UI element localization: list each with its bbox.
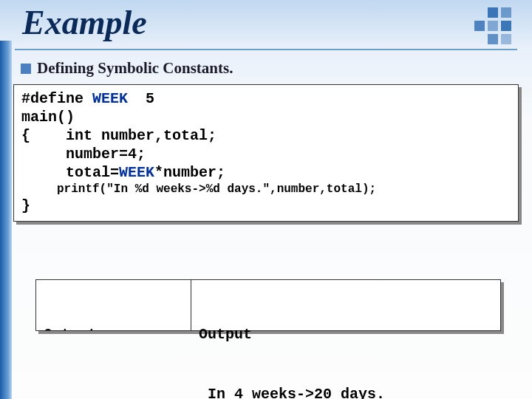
- code-l5a: total=: [21, 164, 119, 181]
- code-l1c: 5: [128, 90, 154, 107]
- subtitle-text: Defining Symbolic Constants.: [37, 59, 233, 78]
- slide-title: Example: [22, 3, 147, 42]
- code-l5b: WEEK: [119, 164, 154, 181]
- code-block: #define WEEK 5 main() { int number,total…: [13, 84, 519, 222]
- decorative-squares: [445, 7, 519, 52]
- bullet-icon: [21, 64, 31, 74]
- output-text-2: In 4 weeks->20 days.: [199, 384, 493, 399]
- code-l1a: #define: [21, 90, 92, 107]
- code-l6: printf("In %d weeks->%d days.",number,to…: [21, 182, 511, 197]
- subtitle-row: Defining Symbolic Constants.: [21, 59, 233, 78]
- output-box-1: Output In 4 weeks->20 days.: [35, 279, 213, 331]
- code-l7: }: [21, 197, 511, 215]
- left-accent-stripe: [0, 41, 12, 399]
- output-box-2: Output In 4 weeks->20 days.: [191, 279, 501, 331]
- code-l5c: *number;: [154, 164, 225, 181]
- output-label-2: Output: [199, 324, 493, 344]
- code-l2: main(): [21, 108, 511, 126]
- code-l4: number=4;: [21, 145, 511, 163]
- output-label-1: Output: [44, 324, 205, 331]
- title-underline: [15, 49, 517, 50]
- code-l3: { int number,total;: [21, 126, 511, 145]
- code-l1b: WEEK: [92, 90, 128, 107]
- output-area: Output In 4 weeks->20 days. Output In 4 …: [35, 279, 508, 346]
